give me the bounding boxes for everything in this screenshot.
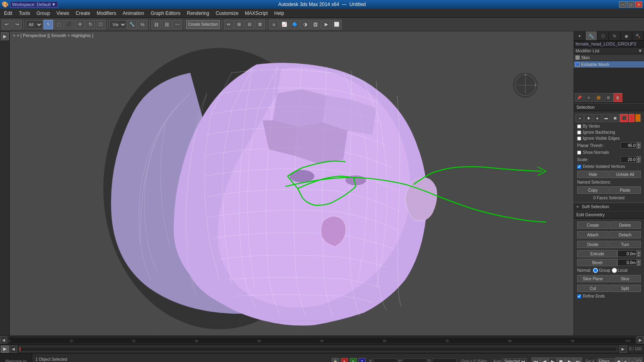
unhide-all-button[interactable]: Unhide All [609,171,641,178]
local-radio[interactable]: Local [612,268,627,273]
go-to-end[interactable]: ⏭ [574,358,582,362]
detach-button[interactable]: Detach [609,231,641,238]
unlink-button[interactable]: ⛓ [162,20,172,29]
minimize-button[interactable]: − [619,1,626,8]
axis-x[interactable]: X [341,358,348,362]
add-key-btn[interactable]: + [622,358,629,362]
modifier-list-bar[interactable]: Modifier List ▼ [574,48,644,54]
slice-plane-button[interactable]: Slice Plane [577,275,609,282]
modifier-editable-mesh[interactable]: Editable Mesh [574,61,644,68]
menu-rendering[interactable]: Rendering [184,10,212,17]
layer-manager[interactable]: ≡ [269,20,279,29]
face-select-icon[interactable]: ▲ [593,114,601,122]
maximize-button[interactable]: □ [627,1,634,8]
auto-dropdown[interactable]: Selected [502,358,527,362]
modifier-skin[interactable]: Skin [574,54,644,61]
y-input[interactable] [403,358,427,362]
planar-thresh-down[interactable]: ▼ [637,145,641,149]
scale-input[interactable] [621,156,637,163]
axis-z[interactable]: Z [358,358,366,362]
percent-button[interactable]: % [138,20,147,29]
lock-icon[interactable]: 🔒 [332,358,339,362]
show-normals-checkbox[interactable] [577,151,581,155]
array-button[interactable]: ⊞ [234,20,244,29]
frame-forward[interactable]: ▶ [619,345,627,353]
hide-button[interactable]: Hide [577,171,609,178]
select-region-button[interactable]: ⬚ [54,20,64,29]
create-button[interactable]: Create [577,221,609,229]
bevel-up[interactable]: ▲ [637,259,641,263]
slice-button[interactable]: Slice [609,275,641,282]
filters-button[interactable]: Filters... [597,358,615,362]
scale-down[interactable]: ▼ [637,159,641,163]
view-dropdown[interactable]: View [110,20,126,29]
menu-edit[interactable]: Edit [1,10,16,17]
render-prod[interactable]: ⬜ [332,20,342,29]
bevel-down[interactable]: ▼ [637,263,641,266]
scale-up[interactable]: ▲ [637,156,641,159]
menu-graph-editors[interactable]: Graph Editors [147,10,184,17]
sel-col-orange[interactable] [635,114,641,122]
bevel-input[interactable] [617,259,637,266]
key-mode-btn[interactable]: ⬡ [636,358,642,362]
menu-customize[interactable]: Customize [212,10,242,17]
paste-button[interactable]: Paste [609,186,641,194]
mirror-button[interactable]: ⇔ [224,20,234,29]
lt-play[interactable]: ▶ [1,32,9,40]
turn-button[interactable]: Turn [609,241,641,248]
axis-y[interactable]: Y [350,358,357,362]
delete-button[interactable]: Delete [609,221,641,229]
menu-tools[interactable]: Tools [16,10,33,17]
close-button[interactable]: ✕ [635,1,642,8]
timeline-prev[interactable]: ◀ [0,336,7,343]
scale-button[interactable]: ⬡ [96,20,106,29]
utilities-tab[interactable]: 🔨 [632,31,644,40]
pin-button[interactable]: 📌 [575,93,584,102]
show-stack[interactable]: ≡ [584,93,593,102]
soft-selection-header[interactable]: + Soft Selection [574,203,644,211]
workspace-dropdown[interactable]: Workspace: Default ▼ [10,1,58,8]
spacing-tool[interactable]: ⊠ [255,20,265,29]
render-setup[interactable]: 🖼 [311,20,321,29]
extrude-input[interactable] [617,250,637,257]
rotate-button[interactable]: ↻ [85,20,95,29]
modify-tab active[interactable]: 🔧 [586,31,597,40]
link-button[interactable]: ⛓ [151,20,161,29]
select-filter-dropdown[interactable]: All [26,20,43,29]
create-tab[interactable]: ✦ [574,31,586,40]
edge-select-icon[interactable]: ◆ [584,114,592,122]
play-pause[interactable]: ▶ [549,358,557,362]
polygon-select-icon[interactable]: ▬ [602,114,610,122]
edit-geometry-header[interactable]: Edit Geometry [574,211,644,219]
element-select-icon[interactable]: ▣ [611,114,619,122]
material-editor[interactable]: ◑ [300,20,310,29]
refine-ends-checkbox[interactable] [577,294,581,298]
align-button[interactable]: ⊟ [245,20,255,29]
group-radio-input[interactable] [593,268,598,273]
planar-thresh-input[interactable] [621,142,637,149]
move-button[interactable]: ✛ [75,20,85,29]
x-input[interactable] [373,358,398,362]
display-tab[interactable]: ◉ [621,31,632,40]
create-selection-button[interactable]: Create Selection [186,20,220,29]
copy-button[interactable]: Copy [577,186,609,194]
del-key-btn[interactable]: - [629,358,636,362]
extrude-button[interactable]: Extrude [577,250,617,257]
menu-create[interactable]: Create [72,10,93,17]
motion-tab[interactable]: ↻ [609,31,621,40]
menu-animation[interactable]: Animation [120,10,147,17]
next-frame[interactable]: ▶ [565,358,574,362]
render-button[interactable]: ▶ [321,20,331,29]
set-key-btn[interactable]: ◆ [615,358,622,362]
menu-modifiers[interactable]: Modifiers [93,10,120,17]
divide-button[interactable]: Divide [577,241,609,248]
vertex-select-icon[interactable]: ⬥ [576,114,584,122]
split-button[interactable]: Split [609,285,641,292]
face-active-icon[interactable]: ⬛ [620,114,628,122]
local-radio-input[interactable] [612,268,617,273]
prev-frame[interactable]: ◀ [540,358,548,362]
frame-back[interactable]: ◀ [10,345,17,353]
timeline-next[interactable]: ▶ [637,336,644,343]
menu-help[interactable]: Help [271,10,288,17]
active-shade[interactable]: 🔆 [594,93,603,102]
